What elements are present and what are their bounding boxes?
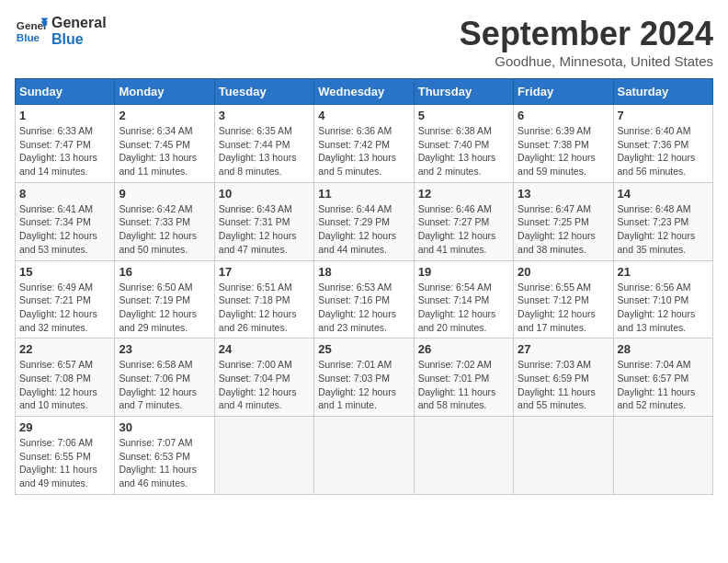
day-info: Sunrise: 6:39 AM Sunset: 7:38 PM Dayligh… <box>518 124 609 178</box>
day-info: Sunrise: 6:47 AM Sunset: 7:25 PM Dayligh… <box>518 202 609 257</box>
calendar-cell: 5Sunrise: 6:38 AM Sunset: 7:40 PM Daylig… <box>414 105 513 183</box>
calendar-cell: 14Sunrise: 6:48 AM Sunset: 7:23 PM Dayli… <box>613 182 712 260</box>
calendar-cell: 10Sunrise: 6:43 AM Sunset: 7:31 PM Dayli… <box>214 182 313 260</box>
calendar-cell: 21Sunrise: 6:56 AM Sunset: 7:10 PM Dayli… <box>613 260 712 339</box>
logo-blue: Blue <box>51 31 107 48</box>
calendar-week-row: 22Sunrise: 6:57 AM Sunset: 7:08 PM Dayli… <box>16 339 713 417</box>
calendar-cell: 28Sunrise: 7:04 AM Sunset: 6:57 PM Dayli… <box>613 339 712 417</box>
day-info: Sunrise: 6:43 AM Sunset: 7:31 PM Dayligh… <box>219 202 310 257</box>
calendar-subtitle: Goodhue, Minnesota, United States <box>460 53 713 69</box>
day-number: 30 <box>119 420 210 434</box>
calendar-cell: 6Sunrise: 6:39 AM Sunset: 7:38 PM Daylig… <box>514 105 613 183</box>
day-number: 27 <box>518 342 609 356</box>
calendar-cell: 23Sunrise: 6:58 AM Sunset: 7:06 PM Dayli… <box>115 339 214 417</box>
weekday-header: Sunday <box>16 79 115 105</box>
day-number: 10 <box>219 187 310 201</box>
day-number: 28 <box>618 342 709 356</box>
weekday-header: Wednesday <box>314 79 414 105</box>
calendar-cell <box>214 417 313 495</box>
day-number: 8 <box>19 187 110 201</box>
calendar-cell: 30Sunrise: 7:07 AM Sunset: 6:53 PM Dayli… <box>115 417 214 495</box>
day-number: 19 <box>418 265 509 279</box>
weekday-header: Tuesday <box>214 79 313 105</box>
calendar-cell: 3Sunrise: 6:35 AM Sunset: 7:44 PM Daylig… <box>214 105 313 183</box>
weekday-header: Monday <box>115 79 214 105</box>
calendar-cell: 17Sunrise: 6:51 AM Sunset: 7:18 PM Dayli… <box>214 260 313 339</box>
calendar-cell <box>613 417 712 495</box>
day-number: 15 <box>19 265 110 279</box>
calendar-table: SundayMondayTuesdayWednesdayThursdayFrid… <box>15 78 713 495</box>
page-header: General Blue General Blue September 2024… <box>15 15 713 69</box>
calendar-week-row: 29Sunrise: 7:06 AM Sunset: 6:55 PM Dayli… <box>16 417 713 495</box>
day-info: Sunrise: 7:03 AM Sunset: 6:59 PM Dayligh… <box>518 358 609 412</box>
day-number: 14 <box>618 187 709 201</box>
day-info: Sunrise: 6:40 AM Sunset: 7:36 PM Dayligh… <box>618 124 709 178</box>
calendar-week-row: 1Sunrise: 6:33 AM Sunset: 7:47 PM Daylig… <box>16 105 713 183</box>
calendar-cell: 9Sunrise: 6:42 AM Sunset: 7:33 PM Daylig… <box>115 182 214 260</box>
calendar-cell: 12Sunrise: 6:46 AM Sunset: 7:27 PM Dayli… <box>414 182 513 260</box>
calendar-week-row: 15Sunrise: 6:49 AM Sunset: 7:21 PM Dayli… <box>16 260 713 339</box>
day-info: Sunrise: 6:41 AM Sunset: 7:34 PM Dayligh… <box>19 202 110 257</box>
day-info: Sunrise: 7:01 AM Sunset: 7:03 PM Dayligh… <box>318 358 409 412</box>
day-number: 20 <box>518 265 609 279</box>
calendar-cell: 22Sunrise: 6:57 AM Sunset: 7:08 PM Dayli… <box>16 339 115 417</box>
logo-icon: General Blue <box>15 15 48 48</box>
calendar-header-row: SundayMondayTuesdayWednesdayThursdayFrid… <box>16 79 713 105</box>
day-number: 26 <box>418 342 509 356</box>
day-number: 3 <box>219 109 310 122</box>
calendar-cell: 26Sunrise: 7:02 AM Sunset: 7:01 PM Dayli… <box>414 339 513 417</box>
calendar-cell <box>514 417 613 495</box>
day-number: 7 <box>618 109 709 122</box>
day-info: Sunrise: 6:46 AM Sunset: 7:27 PM Dayligh… <box>418 202 509 257</box>
day-number: 24 <box>219 342 310 356</box>
calendar-cell: 11Sunrise: 6:44 AM Sunset: 7:29 PM Dayli… <box>314 182 414 260</box>
calendar-cell: 29Sunrise: 7:06 AM Sunset: 6:55 PM Dayli… <box>16 417 115 495</box>
day-number: 23 <box>119 342 210 356</box>
calendar-cell: 16Sunrise: 6:50 AM Sunset: 7:19 PM Dayli… <box>115 260 214 339</box>
calendar-title: September 2024 <box>460 15 713 53</box>
svg-text:Blue: Blue <box>17 31 40 43</box>
calendar-cell: 2Sunrise: 6:34 AM Sunset: 7:45 PM Daylig… <box>115 105 214 183</box>
day-number: 21 <box>618 265 709 279</box>
weekday-header: Thursday <box>414 79 513 105</box>
calendar-cell: 1Sunrise: 6:33 AM Sunset: 7:47 PM Daylig… <box>16 105 115 183</box>
day-info: Sunrise: 6:38 AM Sunset: 7:40 PM Dayligh… <box>418 124 509 178</box>
day-number: 4 <box>318 109 409 122</box>
weekday-header: Saturday <box>613 79 712 105</box>
day-info: Sunrise: 6:57 AM Sunset: 7:08 PM Dayligh… <box>19 358 110 412</box>
day-info: Sunrise: 6:50 AM Sunset: 7:19 PM Dayligh… <box>119 281 210 335</box>
day-info: Sunrise: 6:54 AM Sunset: 7:14 PM Dayligh… <box>418 281 509 335</box>
calendar-cell: 27Sunrise: 7:03 AM Sunset: 6:59 PM Dayli… <box>514 339 613 417</box>
day-info: Sunrise: 7:04 AM Sunset: 6:57 PM Dayligh… <box>618 358 709 412</box>
day-info: Sunrise: 7:00 AM Sunset: 7:04 PM Dayligh… <box>219 358 310 412</box>
logo: General Blue General Blue <box>15 15 107 48</box>
day-info: Sunrise: 7:07 AM Sunset: 6:53 PM Dayligh… <box>119 436 210 490</box>
day-info: Sunrise: 6:56 AM Sunset: 7:10 PM Dayligh… <box>618 281 709 335</box>
calendar-cell: 19Sunrise: 6:54 AM Sunset: 7:14 PM Dayli… <box>414 260 513 339</box>
day-info: Sunrise: 7:02 AM Sunset: 7:01 PM Dayligh… <box>418 358 509 412</box>
day-number: 13 <box>518 187 609 201</box>
day-info: Sunrise: 7:06 AM Sunset: 6:55 PM Dayligh… <box>19 436 110 490</box>
day-number: 29 <box>19 420 110 434</box>
weekday-header: Friday <box>514 79 613 105</box>
calendar-cell: 7Sunrise: 6:40 AM Sunset: 7:36 PM Daylig… <box>613 105 712 183</box>
day-info: Sunrise: 6:33 AM Sunset: 7:47 PM Dayligh… <box>19 124 110 178</box>
day-number: 17 <box>219 265 310 279</box>
day-info: Sunrise: 6:53 AM Sunset: 7:16 PM Dayligh… <box>318 281 409 335</box>
day-info: Sunrise: 6:51 AM Sunset: 7:18 PM Dayligh… <box>219 281 310 335</box>
day-number: 22 <box>19 342 110 356</box>
day-number: 16 <box>119 265 210 279</box>
day-number: 12 <box>418 187 509 201</box>
day-number: 5 <box>418 109 509 122</box>
calendar-cell <box>314 417 414 495</box>
day-number: 11 <box>318 187 409 201</box>
day-number: 1 <box>19 109 110 122</box>
day-info: Sunrise: 6:58 AM Sunset: 7:06 PM Dayligh… <box>119 358 210 412</box>
day-number: 6 <box>518 109 609 122</box>
calendar-cell: 8Sunrise: 6:41 AM Sunset: 7:34 PM Daylig… <box>16 182 115 260</box>
day-info: Sunrise: 6:44 AM Sunset: 7:29 PM Dayligh… <box>318 202 409 257</box>
day-info: Sunrise: 6:36 AM Sunset: 7:42 PM Dayligh… <box>318 124 409 178</box>
day-info: Sunrise: 6:49 AM Sunset: 7:21 PM Dayligh… <box>19 281 110 335</box>
calendar-cell: 25Sunrise: 7:01 AM Sunset: 7:03 PM Dayli… <box>314 339 414 417</box>
title-section: September 2024 Goodhue, Minnesota, Unite… <box>460 15 713 69</box>
